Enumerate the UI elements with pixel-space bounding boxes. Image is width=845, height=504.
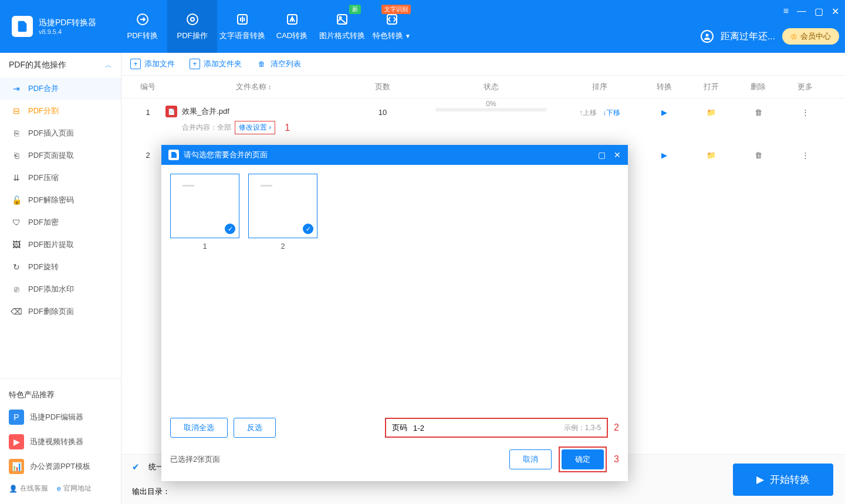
promo-ppt[interactable]: 📊办公资源PPT模板 <box>0 454 121 479</box>
app-logo-icon <box>12 16 33 37</box>
page-thumbnail-1[interactable]: ✓ <box>170 174 239 238</box>
confirm-highlight: 确定 <box>559 447 607 472</box>
annotation-2: 2 <box>614 422 619 433</box>
filename-text: 效果_合并.pdf <box>182 106 229 117</box>
page-range-input[interactable] <box>413 424 558 432</box>
sidebar-item-rotate[interactable]: ↻PDF旋转 <box>0 256 121 278</box>
sidebar-item-image-extract[interactable]: 🖼PDF图片提取 <box>0 234 121 256</box>
nav-tab-pdf-convert[interactable]: PDF转换 <box>117 0 167 53</box>
add-file-button[interactable]: +添加文件 <box>130 59 175 69</box>
nav-tab-special[interactable]: 文字识别 特色转换▼ <box>367 0 417 53</box>
more-button[interactable]: ⋮ <box>782 148 829 160</box>
nav-tab-image[interactable]: 新 图片格式转换 <box>317 0 367 53</box>
plus-icon: + <box>130 59 141 69</box>
th-status: 状态 <box>424 82 559 92</box>
nav-tab-cad[interactable]: CAD转换 <box>267 0 317 53</box>
minimize-icon[interactable]: — <box>797 6 806 17</box>
sidebar-item-insert[interactable]: ⎘PDF插入页面 <box>0 122 121 144</box>
dialog-maximize-icon[interactable]: ▢ <box>598 150 606 160</box>
move-up-button[interactable]: ↑上移 <box>579 108 597 118</box>
sidebar-item-label: PDF添加水印 <box>28 284 74 295</box>
th-name[interactable]: 文件名称↕ <box>165 82 342 92</box>
sidebar-item-merge[interactable]: ⇥PDF合并 <box>0 77 121 100</box>
sidebar-item-label: PDF删除页面 <box>28 306 74 317</box>
online-service[interactable]: 👤在线客服 <box>9 483 48 493</box>
page-thumb: ✓ 2 <box>248 174 317 251</box>
selected-info: 已选择2张页面 <box>170 454 220 465</box>
sidebar-item-label: PDF分割 <box>28 106 59 116</box>
sidebar-item-label: PDF插入页面 <box>28 128 74 138</box>
extract-icon: ⎗ <box>12 151 21 160</box>
add-folder-button[interactable]: +添加文件夹 <box>190 59 242 69</box>
annotation-3: 3 <box>614 454 619 465</box>
compress-icon: ⇊ <box>12 173 21 182</box>
deselect-all-button[interactable]: 取消全选 <box>170 418 228 438</box>
audio-icon <box>235 12 250 27</box>
dialog-footer: 取消全选 反选 页码 示例：1,3-5 2 <box>161 409 628 447</box>
confirm-button[interactable]: 确定 <box>562 449 604 469</box>
page-thumbnail-2[interactable]: ✓ <box>248 174 317 238</box>
convert-button[interactable]: ▶ <box>641 106 688 117</box>
maximize-icon[interactable]: ▢ <box>814 6 823 17</box>
folder-plus-icon: + <box>190 59 200 69</box>
sidebar-item-unlock[interactable]: 🔓PDF解除密码 <box>0 189 121 211</box>
nav-tab-pdf-operate[interactable]: PDF操作 <box>167 0 217 53</box>
move-down-button[interactable]: ↓下移 <box>603 108 620 118</box>
page-number: 2 <box>280 242 285 251</box>
member-button[interactable]: ♔ 会员中心 <box>782 28 839 45</box>
delete-button[interactable]: 🗑 <box>735 148 782 160</box>
header-user: 距离过年还... ♔ 会员中心 <box>701 28 839 45</box>
sidebar: PDF的其他操作 ︿ ⇥PDF合并 ⊟PDF分割 ⎘PDF插入页面 ⎗PDF页面… <box>0 53 121 504</box>
page-thumb: ✓ 1 <box>170 174 239 251</box>
promo-video[interactable]: ▶迅捷视频转换器 <box>0 429 121 454</box>
pdf-icon: 📄 <box>165 106 177 117</box>
th-num: 编号 <box>130 82 165 92</box>
nav-label: CAD转换 <box>276 31 307 41</box>
website-label: 官网地址 <box>63 483 92 493</box>
sidebar-item-extract[interactable]: ⎗PDF页面提取 <box>0 144 121 167</box>
promo-pdf-editor[interactable]: P迅捷PDF编辑器 <box>0 405 121 429</box>
sidebar-title: PDF的其他操作 <box>9 60 66 70</box>
clear-list-button[interactable]: 🗑清空列表 <box>256 59 301 69</box>
nav-tab-text-voice[interactable]: 文字语音转换 <box>217 0 267 53</box>
tool-label: 添加文件夹 <box>204 59 242 69</box>
check-icon[interactable]: ✔ <box>132 462 140 472</box>
close-icon[interactable]: ✕ <box>832 6 839 17</box>
more-button[interactable]: ⋮ <box>782 106 829 117</box>
sidebar-item-label: PDF合并 <box>28 83 59 94</box>
invert-selection-button[interactable]: 反选 <box>234 418 276 438</box>
sidebar-item-delete-page[interactable]: ⌫PDF删除页面 <box>0 300 121 323</box>
sidebar-item-watermark[interactable]: ⎚PDF添加水印 <box>0 278 121 300</box>
cancel-button[interactable]: 取消 <box>509 449 552 469</box>
sort-icon: ↕ <box>268 83 272 90</box>
ocr-badge: 文字识别 <box>381 5 411 14</box>
open-button[interactable]: 📁 <box>688 106 735 117</box>
sidebar-item-split[interactable]: ⊟PDF分割 <box>0 100 121 122</box>
nav-label: PDF操作 <box>177 31 208 41</box>
user-icon[interactable] <box>701 30 714 43</box>
page-number: 1 <box>202 242 207 251</box>
table-row: 1 📄效果_合并.pdf 合并内容：全部 修改设置 › 1 10 0% ↑上移↓… <box>121 99 845 141</box>
output-label: 输出目录： <box>132 486 170 497</box>
sidebar-item-compress[interactable]: ⇊PDF压缩 <box>0 167 121 189</box>
open-button[interactable]: 📁 <box>688 148 735 160</box>
nav-label: 图片格式转换 <box>319 31 365 41</box>
menu-icon[interactable]: ≡ <box>783 6 789 17</box>
nav-label: PDF转换 <box>127 31 158 41</box>
convert-button[interactable]: ▶ <box>641 148 688 160</box>
rotate-icon: ↻ <box>12 262 21 272</box>
example-text: 示例：1,3-5 <box>564 423 601 433</box>
sidebar-item-label: PDF压缩 <box>28 172 59 183</box>
delete-button[interactable]: 🗑 <box>735 106 782 117</box>
modify-settings-link[interactable]: 修改设置 › <box>235 121 275 134</box>
start-convert-button[interactable]: ▶ 开始转换 <box>733 464 833 496</box>
dialog-close-icon[interactable]: ✕ <box>614 150 621 160</box>
official-website[interactable]: e官网地址 <box>57 483 92 493</box>
logo-area: 迅捷PDF转换器 v8.9.5.4 <box>0 16 117 37</box>
trash-icon: 🗑 <box>256 59 267 69</box>
member-label: 会员中心 <box>800 31 831 42</box>
sidebar-header[interactable]: PDF的其他操作 ︿ <box>0 53 121 77</box>
sidebar-item-encrypt[interactable]: 🛡PDF加密 <box>0 211 121 234</box>
th-pages: 页数 <box>342 82 424 92</box>
row-pages: 10 <box>342 106 424 117</box>
